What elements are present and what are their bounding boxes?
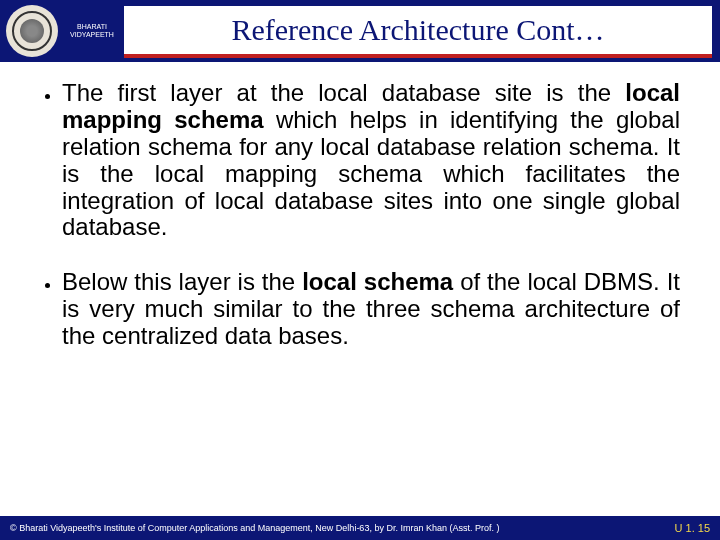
institution-name: BHARATI VIDYAPEETH	[64, 23, 120, 38]
bullet-text-bold: local schema	[302, 268, 453, 295]
slide-title: Reference Architecture Cont…	[231, 13, 604, 47]
footer-bar: © Bharati Vidyapeeth's Institute of Comp…	[0, 516, 720, 540]
bullet-item: The first layer at the local database si…	[62, 80, 680, 241]
title-bar: Reference Architecture Cont…	[124, 4, 712, 58]
bullet-list: The first layer at the local database si…	[40, 80, 680, 350]
footer-page-number: U 1. 15	[675, 522, 710, 534]
slide: BHARATI VIDYAPEETH Reference Architectur…	[0, 0, 720, 540]
institution-logo-icon	[6, 5, 58, 57]
logo-text-bottom: VIDYAPEETH	[70, 31, 114, 38]
logo-text-top: BHARATI	[77, 23, 107, 30]
bullet-text-pre: Below this layer is the	[62, 268, 302, 295]
header-bar: BHARATI VIDYAPEETH Reference Architectur…	[0, 0, 720, 62]
footer-copyright: © Bharati Vidyapeeth's Institute of Comp…	[10, 523, 499, 533]
bullet-item: Below this layer is the local schema of …	[62, 269, 680, 350]
bullet-text-pre: The first layer at the local database si…	[62, 79, 625, 106]
content-area: The first layer at the local database si…	[0, 62, 720, 350]
